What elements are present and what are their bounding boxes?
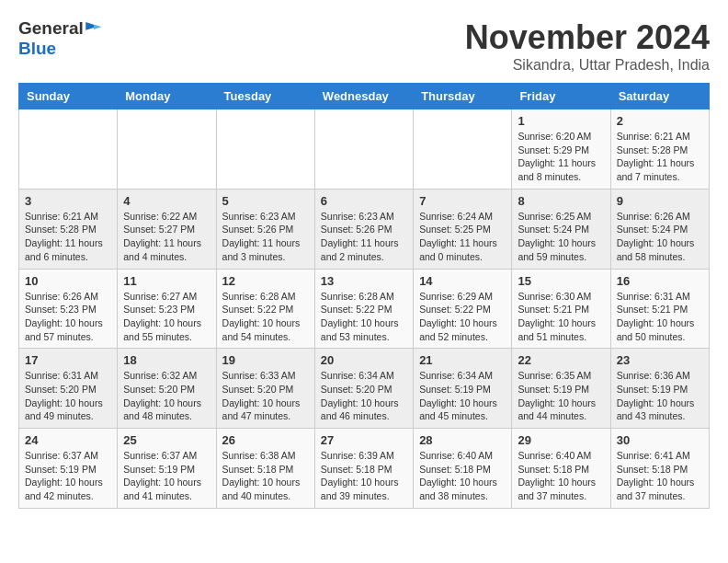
calendar-cell: 6Sunrise: 6:23 AMSunset: 5:26 PMDaylight… (314, 189, 413, 269)
title-section: November 2024 Sikandra, Uttar Pradesh, I… (465, 18, 710, 74)
day-number: 7 (419, 194, 506, 208)
calendar-cell: 10Sunrise: 6:26 AMSunset: 5:23 PMDayligh… (19, 269, 118, 349)
day-number: 30 (617, 433, 703, 447)
calendar-cell: 14Sunrise: 6:29 AMSunset: 5:22 PMDayligh… (414, 269, 512, 349)
calendar-cell: 18Sunrise: 6:32 AMSunset: 5:20 PMDayligh… (118, 349, 216, 429)
calendar-cell: 15Sunrise: 6:30 AMSunset: 5:21 PMDayligh… (512, 269, 610, 349)
day-info: Sunrise: 6:28 AMSunset: 5:22 PMDaylight:… (321, 290, 407, 344)
calendar-cell: 28Sunrise: 6:40 AMSunset: 5:18 PMDayligh… (414, 429, 512, 509)
calendar-cell: 12Sunrise: 6:28 AMSunset: 5:22 PMDayligh… (216, 269, 314, 349)
calendar-cell: 17Sunrise: 6:31 AMSunset: 5:20 PMDayligh… (19, 349, 118, 429)
day-number: 27 (321, 433, 407, 447)
calendar-cell (216, 109, 314, 190)
calendar-week-row: 1Sunrise: 6:20 AMSunset: 5:29 PMDaylight… (19, 109, 710, 190)
calendar-cell: 23Sunrise: 6:36 AMSunset: 5:19 PMDayligh… (610, 349, 709, 429)
calendar-cell: 27Sunrise: 6:39 AMSunset: 5:18 PMDayligh… (314, 429, 413, 509)
day-info: Sunrise: 6:33 AMSunset: 5:20 PMDaylight:… (222, 369, 309, 423)
day-number: 18 (123, 353, 210, 367)
col-monday: Monday (118, 84, 216, 109)
calendar-cell: 2Sunrise: 6:21 AMSunset: 5:28 PMDaylight… (610, 109, 709, 190)
day-number: 16 (617, 274, 703, 288)
calendar-cell: 1Sunrise: 6:20 AMSunset: 5:29 PMDaylight… (512, 109, 610, 190)
day-info: Sunrise: 6:37 AMSunset: 5:19 PMDaylight:… (25, 449, 111, 503)
col-tuesday: Tuesday (216, 84, 314, 109)
day-number: 4 (123, 194, 210, 208)
day-number: 6 (321, 194, 407, 208)
day-number: 13 (321, 274, 407, 288)
day-info: Sunrise: 6:34 AMSunset: 5:20 PMDaylight:… (321, 369, 407, 423)
day-info: Sunrise: 6:23 AMSunset: 5:26 PMDaylight:… (222, 210, 309, 264)
calendar-cell: 4Sunrise: 6:22 AMSunset: 5:27 PMDaylight… (118, 189, 216, 269)
day-info: Sunrise: 6:31 AMSunset: 5:21 PMDaylight:… (617, 290, 703, 344)
day-number: 25 (123, 433, 210, 447)
day-number: 23 (617, 353, 703, 367)
day-number: 15 (518, 274, 604, 288)
day-info: Sunrise: 6:30 AMSunset: 5:21 PMDaylight:… (518, 290, 604, 344)
calendar-cell (414, 109, 512, 190)
day-number: 26 (222, 433, 309, 447)
day-info: Sunrise: 6:24 AMSunset: 5:25 PMDaylight:… (419, 210, 506, 264)
calendar-week-row: 3Sunrise: 6:21 AMSunset: 5:28 PMDaylight… (19, 189, 710, 269)
day-info: Sunrise: 6:26 AMSunset: 5:24 PMDaylight:… (617, 210, 703, 264)
day-info: Sunrise: 6:21 AMSunset: 5:28 PMDaylight:… (617, 130, 703, 184)
logo-blue: Blue (18, 39, 56, 58)
calendar-cell: 29Sunrise: 6:40 AMSunset: 5:18 PMDayligh… (512, 429, 610, 509)
day-number: 11 (123, 274, 210, 288)
day-info: Sunrise: 6:41 AMSunset: 5:18 PMDaylight:… (617, 449, 703, 503)
calendar-week-row: 17Sunrise: 6:31 AMSunset: 5:20 PMDayligh… (19, 349, 710, 429)
day-info: Sunrise: 6:40 AMSunset: 5:18 PMDaylight:… (419, 449, 506, 503)
calendar-cell: 7Sunrise: 6:24 AMSunset: 5:25 PMDaylight… (414, 189, 512, 269)
col-thursday: Thursday (414, 84, 512, 109)
calendar-cell: 13Sunrise: 6:28 AMSunset: 5:22 PMDayligh… (314, 269, 413, 349)
calendar-week-row: 10Sunrise: 6:26 AMSunset: 5:23 PMDayligh… (19, 269, 710, 349)
calendar-cell (19, 109, 118, 190)
day-number: 24 (25, 433, 111, 447)
day-info: Sunrise: 6:21 AMSunset: 5:28 PMDaylight:… (25, 210, 111, 264)
day-number: 22 (518, 353, 604, 367)
day-info: Sunrise: 6:23 AMSunset: 5:26 PMDaylight:… (321, 210, 407, 264)
day-number: 2 (617, 114, 703, 128)
day-info: Sunrise: 6:39 AMSunset: 5:18 PMDaylight:… (321, 449, 407, 503)
day-number: 3 (25, 194, 111, 208)
col-friday: Friday (512, 84, 610, 109)
calendar-cell: 21Sunrise: 6:34 AMSunset: 5:19 PMDayligh… (414, 349, 512, 429)
day-number: 12 (222, 274, 309, 288)
svg-marker-1 (94, 25, 102, 29)
day-number: 10 (25, 274, 111, 288)
day-info: Sunrise: 6:34 AMSunset: 5:19 PMDaylight:… (419, 369, 506, 423)
day-number: 20 (321, 353, 407, 367)
day-number: 29 (518, 433, 604, 447)
calendar-cell: 11Sunrise: 6:27 AMSunset: 5:23 PMDayligh… (118, 269, 216, 349)
calendar-table: Sunday Monday Tuesday Wednesday Thursday… (18, 83, 710, 509)
day-info: Sunrise: 6:31 AMSunset: 5:20 PMDaylight:… (25, 369, 111, 423)
calendar-cell: 24Sunrise: 6:37 AMSunset: 5:19 PMDayligh… (19, 429, 118, 509)
day-number: 17 (25, 353, 111, 367)
day-info: Sunrise: 6:20 AMSunset: 5:29 PMDaylight:… (518, 130, 604, 184)
day-info: Sunrise: 6:29 AMSunset: 5:22 PMDaylight:… (419, 290, 506, 344)
day-info: Sunrise: 6:32 AMSunset: 5:20 PMDaylight:… (123, 369, 210, 423)
day-info: Sunrise: 6:35 AMSunset: 5:19 PMDaylight:… (518, 369, 604, 423)
day-number: 19 (222, 353, 309, 367)
calendar-cell: 19Sunrise: 6:33 AMSunset: 5:20 PMDayligh… (216, 349, 314, 429)
calendar-cell: 30Sunrise: 6:41 AMSunset: 5:18 PMDayligh… (610, 429, 709, 509)
logo-flag-icon (85, 22, 102, 35)
col-sunday: Sunday (19, 84, 118, 109)
calendar-cell: 5Sunrise: 6:23 AMSunset: 5:26 PMDaylight… (216, 189, 314, 269)
month-title: November 2024 (465, 18, 710, 57)
day-info: Sunrise: 6:25 AMSunset: 5:24 PMDaylight:… (518, 210, 604, 264)
calendar-cell: 16Sunrise: 6:31 AMSunset: 5:21 PMDayligh… (610, 269, 709, 349)
day-number: 1 (518, 114, 604, 128)
header: General Blue November 2024 Sikandra, Utt… (18, 18, 710, 74)
calendar-cell: 3Sunrise: 6:21 AMSunset: 5:28 PMDaylight… (19, 189, 118, 269)
day-info: Sunrise: 6:36 AMSunset: 5:19 PMDaylight:… (617, 369, 703, 423)
day-info: Sunrise: 6:40 AMSunset: 5:18 PMDaylight:… (518, 449, 604, 503)
day-number: 21 (419, 353, 506, 367)
calendar-cell: 22Sunrise: 6:35 AMSunset: 5:19 PMDayligh… (512, 349, 610, 429)
day-number: 8 (518, 194, 604, 208)
col-saturday: Saturday (610, 84, 709, 109)
calendar-week-row: 24Sunrise: 6:37 AMSunset: 5:19 PMDayligh… (19, 429, 710, 509)
day-info: Sunrise: 6:27 AMSunset: 5:23 PMDaylight:… (123, 290, 210, 344)
calendar-cell: 9Sunrise: 6:26 AMSunset: 5:24 PMDaylight… (610, 189, 709, 269)
calendar-cell (314, 109, 413, 190)
col-wednesday: Wednesday (314, 84, 413, 109)
